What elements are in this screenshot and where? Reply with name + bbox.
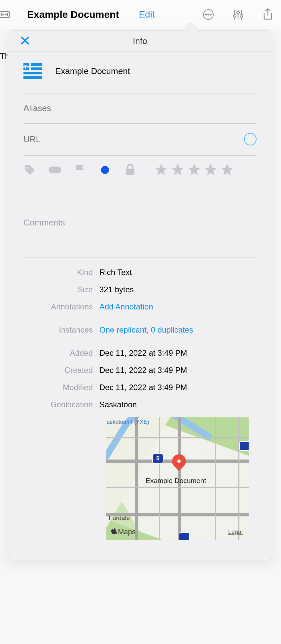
share-icon[interactable]: [261, 8, 274, 21]
map-pin-label: Example Document: [146, 477, 206, 485]
meta-value-added: Dec 11, 2022 at 3:49 PM: [99, 348, 187, 358]
highway-shield-icon: [239, 441, 249, 451]
svg-point-4: [210, 14, 211, 15]
url-field[interactable]: [23, 123, 257, 155]
comments-placeholder: Comments: [23, 218, 65, 227]
meta-value-modified: Dec 11, 2022 at 3:49 PM: [99, 383, 187, 392]
map-thumbnail[interactable]: 5 Example Document askatoon t (YXE) Furd…: [106, 417, 249, 540]
meta-value-kind: Rich Text: [99, 268, 132, 277]
apple-logo-icon: [111, 528, 117, 536]
info-popover: Info T Example Document: [8, 30, 272, 560]
map-legal-link[interactable]: Legal: [228, 529, 243, 536]
meta-label-modified: Modified: [23, 383, 99, 392]
map-airport-label: askatoon t (YXE): [107, 419, 149, 425]
svg-rect-17: [49, 167, 61, 174]
aliases-field[interactable]: [23, 94, 257, 123]
lock-icon[interactable]: [124, 164, 136, 176]
metadata-section: Kind Rich Text Size 321 bytes Annotation…: [23, 258, 257, 540]
flag-icon[interactable]: [74, 164, 86, 176]
svg-rect-13: [23, 76, 42, 79]
highway-shield-icon: [179, 532, 190, 540]
highway-shield-icon: 5: [152, 454, 163, 463]
color-dot[interactable]: [99, 164, 111, 176]
open-url-icon[interactable]: [244, 133, 257, 145]
close-button[interactable]: [21, 35, 29, 47]
toolbar: Example Document Edit: [0, 0, 281, 29]
svg-point-3: [208, 14, 209, 15]
svg-point-6: [237, 11, 239, 14]
svg-point-5: [233, 15, 236, 17]
svg-point-2: [205, 14, 207, 15]
svg-rect-9: [31, 63, 42, 66]
meta-value-geolocation: Saskatoon: [99, 400, 137, 409]
more-icon[interactable]: [202, 8, 215, 21]
star-icon[interactable]: [188, 163, 200, 177]
property-icon-bar: [23, 155, 257, 185]
meta-value-created: Dec 11, 2022 at 3:49 PM: [99, 366, 187, 375]
star-icon[interactable]: [155, 163, 167, 177]
popover-header: Info: [8, 31, 272, 52]
svg-marker-15: [248, 137, 252, 141]
meta-value-size: 321 bytes: [99, 285, 134, 294]
svg-rect-12: [23, 72, 42, 74]
label-icon[interactable]: [49, 164, 61, 176]
svg-point-16: [26, 167, 28, 169]
map-place-label: Furdale: [109, 514, 130, 522]
sliders-icon[interactable]: [231, 8, 245, 21]
star-icon[interactable]: [221, 163, 233, 177]
instances-link[interactable]: One replicant, 0 duplicates: [99, 325, 193, 335]
svg-rect-18: [126, 169, 134, 175]
edit-button[interactable]: Edit: [139, 9, 155, 20]
expand-icon[interactable]: [0, 8, 11, 21]
url-input[interactable]: [23, 134, 210, 144]
document-title: Example Document: [27, 9, 119, 20]
meta-label-size: Size: [23, 285, 99, 294]
aliases-input[interactable]: [23, 103, 210, 113]
document-type-icon: T: [23, 63, 42, 79]
svg-rect-11: [31, 67, 42, 70]
add-annotation-link[interactable]: Add Annotation: [99, 302, 153, 311]
meta-label-added: Added: [23, 348, 99, 358]
meta-label-annotations: Annotations: [23, 302, 99, 311]
star-icon[interactable]: [171, 163, 184, 177]
svg-text:T: T: [24, 64, 27, 70]
meta-label-created: Created: [23, 366, 99, 375]
popover-title: Info: [8, 36, 272, 46]
comments-field[interactable]: Comments: [23, 205, 257, 258]
tag-icon[interactable]: [23, 164, 36, 176]
svg-point-7: [240, 15, 243, 17]
meta-label-instances: Instances: [23, 325, 99, 335]
map-brand: Maps: [111, 528, 136, 536]
meta-label-geolocation: Geolocation: [23, 400, 99, 409]
rating-stars[interactable]: [155, 163, 233, 177]
info-document-title[interactable]: Example Document: [55, 66, 130, 76]
meta-label-kind: Kind: [23, 268, 99, 277]
star-icon[interactable]: [204, 163, 217, 177]
